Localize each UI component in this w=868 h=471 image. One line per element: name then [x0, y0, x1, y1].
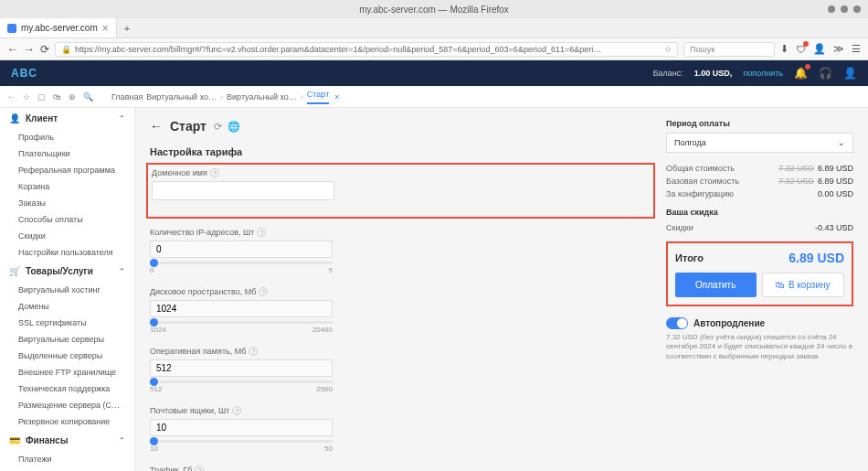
back-icon[interactable]: ← [7, 43, 18, 56]
download-icon[interactable]: ⬇ [780, 43, 789, 55]
tab-title: my.abc-server.com [21, 23, 98, 33]
reload-icon[interactable]: ⟳ [40, 43, 49, 56]
minimize-icon[interactable] [828, 5, 835, 13]
sidebar-item-support[interactable]: Техническая поддержка [0, 380, 134, 397]
highlight-total: Итого 6.89 USD Оплатить 🛍В корзину [666, 241, 853, 306]
sidebar-item-ssl[interactable]: SSL сертификаты [0, 315, 134, 331]
slider-thumb[interactable] [150, 318, 158, 326]
ram-slider[interactable] [150, 380, 333, 383]
browser-tab[interactable]: my.abc-server.com × [0, 18, 117, 37]
discount-label: Скидки [666, 223, 693, 232]
sidebar-item-vps[interactable]: Виртуальные серверы [0, 331, 134, 348]
url-text: https://my.abc-server.com/billmgr#/?func… [75, 45, 601, 54]
close-icon[interactable] [853, 5, 861, 13]
sidebar-group-finance[interactable]: 💳Финансы⌃ [0, 430, 134, 451]
search-icon[interactable]: 🔍 [83, 92, 93, 102]
plus-icon[interactable]: ⊕ [69, 92, 76, 102]
favicon-icon [7, 24, 16, 33]
pay-button[interactable]: Оплатить [675, 273, 757, 297]
support-icon[interactable]: 🎧 [819, 67, 832, 80]
browser-tabbar: my.abc-server.com × + [0, 18, 868, 38]
sidebar-item-referral[interactable]: Реферальная программа [0, 162, 134, 178]
slider-thumb[interactable] [150, 259, 158, 267]
breadcrumb: Главная Виртуальный хо… › Виртуальный хо… [111, 90, 340, 104]
period-label: Период оплаты [666, 119, 853, 128]
discount-title: Ваша скидка [666, 208, 853, 217]
sidebar-item-backup[interactable]: Резервное копирование [0, 413, 134, 430]
notification-icon[interactable]: 🔔 [794, 67, 808, 80]
forward-icon[interactable]: → [24, 43, 35, 56]
domain-input[interactable] [152, 181, 334, 200]
search-input[interactable]: Пошук [683, 42, 775, 57]
sidebar-item-colo[interactable]: Размещение сервера (С… [0, 397, 134, 413]
sidebar-item-discounts[interactable]: Скидки [0, 228, 134, 244]
bookmark-icon[interactable]: ☆ [664, 45, 672, 54]
globe-icon[interactable]: 🌐 [228, 121, 240, 133]
sidebar-item-cart[interactable]: Корзина [0, 178, 134, 195]
sidebar-group-client[interactable]: 👤Клиент⌃ [0, 108, 134, 129]
sidebar-item-dedicated[interactable]: Выделенные серверы [0, 348, 134, 364]
nav-back-icon[interactable]: ← [7, 92, 16, 102]
section-title: Настройка тарифа [150, 146, 651, 157]
user-icon[interactable]: 👤 [843, 67, 857, 80]
total-cost-label: Общая стоимость [666, 164, 735, 173]
sidebar-item-hosting[interactable]: Виртуальный хостинг [0, 282, 134, 298]
refresh-icon[interactable]: ⟳ [214, 121, 222, 133]
ip-slider[interactable] [150, 262, 333, 264]
tab-close-icon[interactable]: × [102, 22, 109, 35]
slider-thumb[interactable] [150, 378, 158, 386]
sidebar-item-payers[interactable]: Плательщики [0, 145, 134, 162]
mail-input[interactable] [150, 419, 333, 436]
balance-amount: 1.00 USD, [694, 69, 733, 78]
sidebar-item-orders[interactable]: Заказы [0, 195, 134, 211]
star-icon[interactable]: ☆ [23, 92, 30, 102]
chevron-up-icon: ⌃ [119, 436, 125, 444]
back-arrow-icon[interactable]: ← [150, 119, 163, 134]
bc-active[interactable]: Старт [307, 90, 329, 104]
mail-slider[interactable] [150, 440, 333, 443]
url-input[interactable]: 🔒 https://my.abc-server.com/billmgr#/?fu… [55, 42, 678, 57]
bc-close-icon[interactable]: × [334, 92, 339, 102]
slider-thumb[interactable] [150, 437, 158, 445]
ip-label: Количество IP-адресов, Шт [150, 228, 254, 237]
help-icon[interactable]: ? [195, 466, 204, 471]
sidebar-item-ftp[interactable]: Внешнее FTP хранилище [0, 364, 134, 380]
disk-input[interactable] [150, 300, 333, 317]
renewal-label: Автопродление [693, 318, 765, 328]
menu-icon[interactable]: ☰ [852, 43, 861, 55]
ip-input[interactable] [150, 241, 333, 258]
disk-slider[interactable] [150, 321, 333, 324]
renewal-toggle[interactable] [666, 317, 688, 329]
help-icon[interactable]: ? [232, 406, 241, 415]
window-title: my.abc-server.com — Mozilla Firefox [359, 5, 509, 15]
sidebar-item-expenses[interactable]: Расходы [0, 467, 134, 471]
chevron-up-icon: ⌃ [119, 114, 125, 123]
help-icon[interactable]: ? [259, 287, 268, 296]
cart-icon[interactable]: 🛍 [53, 92, 61, 102]
bc-home[interactable]: Главная [111, 92, 143, 102]
box-icon[interactable]: ▢ [37, 92, 46, 102]
base-cost-label: Базовая стоимость [666, 177, 739, 186]
period-select[interactable]: Полгода⌄ [666, 133, 853, 153]
topup-link[interactable]: пополнить [743, 69, 783, 78]
sidebar-item-payments[interactable]: Платежи [0, 451, 134, 467]
cart-button[interactable]: 🛍В корзину [762, 273, 845, 297]
extension-icon[interactable]: 🛡 [796, 44, 806, 55]
sidebar-group-products[interactable]: 🛒Товары/Услуги⌃ [0, 261, 134, 282]
new-tab-button[interactable]: + [117, 23, 137, 34]
bc-item-2[interactable]: Виртуальный хо… [227, 92, 297, 102]
help-icon[interactable]: ? [249, 347, 258, 356]
bc-item-1[interactable]: Виртуальный хо… [146, 92, 217, 102]
more-icon[interactable]: ≫ [833, 43, 844, 55]
help-icon[interactable]: ? [257, 228, 266, 237]
sidebar-item-domains[interactable]: Домены [0, 298, 134, 315]
sidebar-item-payment[interactable]: Способы оплаты [0, 211, 134, 228]
account-icon[interactable]: 👤 [813, 43, 826, 55]
sidebar-item-profile[interactable]: Профиль [0, 129, 134, 145]
sidebar-item-settings[interactable]: Настройки пользователя [0, 244, 134, 261]
help-icon[interactable]: ? [210, 168, 219, 177]
ram-input[interactable] [150, 359, 333, 377]
discount-value: -0.43 USD [815, 223, 853, 232]
logo[interactable]: ABC [11, 67, 37, 80]
maximize-icon[interactable] [841, 5, 848, 13]
